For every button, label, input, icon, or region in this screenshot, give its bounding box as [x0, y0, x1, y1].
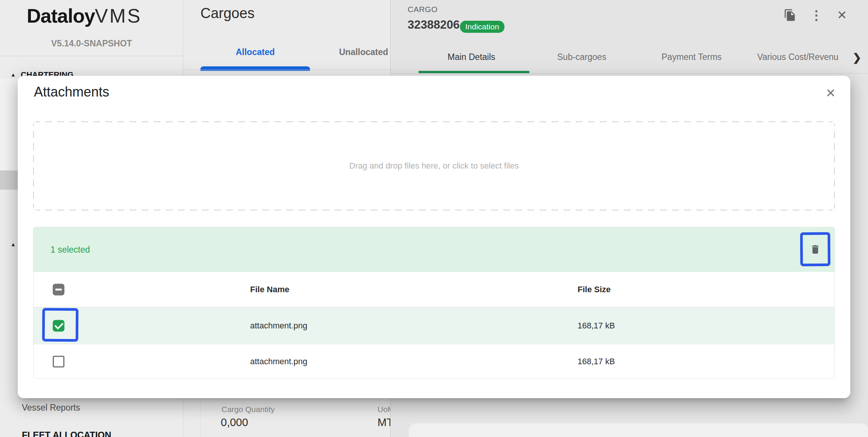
uom-label: UoM — [377, 405, 390, 414]
tab-unallocated[interactable]: Unallocated — [339, 47, 388, 57]
delete-annotation-highlight — [800, 232, 831, 267]
tab-allocated[interactable]: Allocated — [200, 47, 310, 57]
sidebar-divider — [0, 56, 183, 56]
copy-button[interactable] — [782, 7, 798, 23]
dialog-title: Attachments — [34, 84, 109, 100]
attachments-dialog: Attachments ✕ Drag and drop files here, … — [18, 76, 850, 398]
select-all-checkbox[interactable] — [53, 284, 64, 295]
chevron-right-icon[interactable]: ❯ — [853, 51, 861, 64]
dropzone-hint: Drag and drop files here, or click to se… — [349, 161, 519, 171]
tabs-divider — [391, 73, 868, 74]
cargo-id: 32388206 — [408, 18, 460, 32]
app-screen: DataloyVMS V5.14.0-SNAPSHOT ▲ CHARTERING… — [0, 0, 868, 437]
delete-button[interactable] — [810, 243, 821, 255]
tab-sub-cargoes[interactable]: Sub-cargoes — [557, 52, 606, 62]
column-header-file-size: File Size — [578, 285, 611, 294]
file-size-cell: 168,17 kB — [578, 357, 615, 366]
cargo-quantity-label: Cargo Quantity — [222, 405, 275, 414]
logo-secondary: VMS — [95, 5, 142, 27]
dialog-close-button[interactable]: ✕ — [822, 85, 839, 101]
file-name-cell: attachment.png — [250, 321, 307, 331]
status-badge: Indication — [460, 21, 504, 33]
file-dropzone[interactable]: Drag and drop files here, or click to se… — [33, 121, 835, 210]
form-border — [200, 398, 200, 437]
cargo-quantity-value[interactable]: 0,000 — [221, 416, 248, 429]
trash-icon — [810, 243, 821, 255]
file-size-cell: 168,17 kB — [578, 321, 615, 331]
collapse-arrow-icon[interactable]: ▲ — [11, 72, 16, 78]
table-row[interactable]: attachment.png 168,17 kB — [34, 344, 834, 379]
sidebar-item-vessel-reports[interactable]: Vessel Reports — [22, 403, 80, 413]
uom-value[interactable]: MT — [377, 416, 390, 429]
sidebar-section-fleet-allocation[interactable]: FLEET ALLOCATION — [22, 430, 111, 437]
copy-icon — [784, 8, 796, 22]
tab-payment-terms[interactable]: Payment Terms — [662, 52, 721, 62]
app-version: V5.14.0-SNAPSHOT — [0, 38, 183, 49]
column-header-file-name: File Name — [250, 285, 289, 294]
detail-card — [409, 423, 868, 437]
cargo-eyebrow: CARGO — [408, 5, 438, 14]
table-header-row: File Name File Size — [34, 272, 834, 307]
tabs-divider — [183, 70, 390, 70]
app-logo: DataloyVMS — [27, 5, 142, 27]
tab-allocated-indicator — [200, 66, 310, 71]
more-vertical-icon: ⋮ — [810, 9, 823, 21]
row-checkbox[interactable] — [53, 320, 64, 331]
close-icon: ✕ — [837, 9, 847, 21]
close-icon: ✕ — [826, 86, 836, 100]
table-row[interactable]: attachment.png 168,17 kB — [34, 307, 834, 344]
selection-toolbar: 1 selected — [34, 227, 834, 272]
collapse-arrow-icon[interactable]: ▲ — [11, 241, 16, 247]
selection-count: 1 selected — [50, 245, 90, 255]
row-checkbox[interactable] — [53, 356, 64, 368]
panel-close-button[interactable]: ✕ — [834, 7, 850, 23]
tab-various-cost-revenue[interactable]: Various Cost/Revenu — [757, 52, 851, 62]
tab-main-details[interactable]: Main Details — [448, 52, 495, 62]
logo-primary: Dataloy — [27, 5, 95, 27]
attachments-table: 1 selected File Name File Size attachmen… — [33, 227, 835, 379]
more-menu-button[interactable]: ⋮ — [808, 7, 825, 23]
file-name-cell: attachment.png — [250, 357, 307, 366]
page-title: Cargoes — [200, 5, 255, 21]
